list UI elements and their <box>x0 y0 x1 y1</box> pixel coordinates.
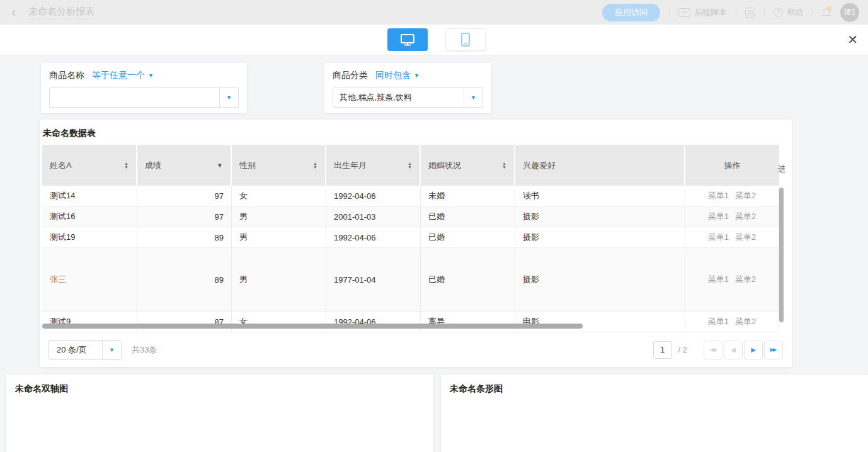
table-cell: 摄影 <box>515 206 685 227</box>
table-cell: 测试9 <box>42 312 137 332</box>
actions-cell: 菜单1菜单2 <box>685 186 779 206</box>
table-cell: 电影 <box>515 312 685 332</box>
filter-label: 商品分类 <box>333 70 368 81</box>
notification-dot <box>827 6 832 11</box>
select-caret-box[interactable]: ▼ <box>219 88 238 107</box>
column-header[interactable]: 婚姻状况▲▼ <box>421 145 514 186</box>
caret-down-icon[interactable]: ▼ <box>414 72 420 79</box>
sort-icon[interactable]: ▲▼ <box>313 162 317 169</box>
column-header[interactable]: 出生年月▲▼ <box>326 145 420 186</box>
caret-down-icon: ▼ <box>109 347 115 353</box>
row-action-link[interactable]: 菜单1 <box>708 232 729 243</box>
column-header[interactable]: 成绩▼ <box>137 145 231 186</box>
table-row[interactable]: 张三89男1977-01-04已婚摄影菜单1菜单2 <box>42 248 779 312</box>
filter-operator-link[interactable]: 同时包含 <box>375 70 411 81</box>
sort-icon[interactable]: ▲▼ <box>408 162 412 169</box>
first-page-icon: ◀◀ <box>710 347 716 353</box>
actions-cell: 菜单1菜单2 <box>685 312 779 332</box>
column-header[interactable]: 操作 <box>685 145 779 186</box>
table-row[interactable]: 测试1497女1992-04-06未婚读书菜单1菜单2 <box>42 186 779 206</box>
table-cell: 87 <box>137 312 232 332</box>
filter-value: 其他,糕点,辣条,饮料 <box>333 88 464 107</box>
table-cell: 测试14 <box>42 186 137 206</box>
actions-cell: 菜单1菜单2 <box>685 206 779 227</box>
horizontal-scrollbar[interactable] <box>42 324 583 329</box>
help-button[interactable]: ? 帮助 <box>774 7 803 18</box>
row-action-link[interactable]: 菜单1 <box>708 190 729 201</box>
prev-page-button[interactable]: ◀ <box>724 341 743 359</box>
pager: / 2 ◀◀ ◀ ▶ ▶▶ <box>653 341 783 359</box>
column-header[interactable]: 兴趣爱好 <box>515 145 684 186</box>
app-access-button[interactable]: 应用访问 <box>602 4 660 21</box>
report-title[interactable]: 未命名分析报表 <box>28 6 94 20</box>
sort-desc-icon[interactable]: ▼ <box>217 162 223 169</box>
contact-icon <box>745 8 755 18</box>
table-cell: 89 <box>137 227 232 247</box>
table-body: 测试1497女1992-04-06未婚读书菜单1菜单2测试1697男2001-0… <box>42 186 779 332</box>
row-action-link[interactable]: 菜单1 <box>708 316 729 327</box>
chart-title: 未命名条形图 <box>450 383 868 395</box>
close-icon[interactable]: ✕ <box>847 32 858 47</box>
mobile-toggle-button[interactable] <box>445 28 486 51</box>
table-cell: 已婚 <box>421 227 515 247</box>
table-cell: 未婚 <box>421 186 515 206</box>
select-caret-box[interactable]: ▼ <box>464 88 483 107</box>
back-icon[interactable]: ‹ <box>11 6 16 19</box>
prev-page-icon: ◀ <box>731 346 736 353</box>
table-cell: 女 <box>232 312 326 332</box>
row-action-link[interactable]: 菜单1 <box>708 274 729 285</box>
table-row[interactable]: 测试987女1992-04-06离异电影菜单1菜单2 <box>42 312 779 332</box>
sort-icon[interactable]: ▲▼ <box>502 162 506 169</box>
bar-chart-card[interactable]: 未命名条形图 <box>441 375 868 452</box>
filter-value-select[interactable]: 其他,糕点,辣条,饮料 ▼ <box>333 87 483 108</box>
row-action-link[interactable]: 菜单2 <box>735 211 756 222</box>
table-cell: 1992-04-06 <box>326 312 421 332</box>
row-action-link[interactable]: 菜单2 <box>735 190 756 201</box>
column-label: 出生年月 <box>334 160 408 171</box>
total-count: 共33条 <box>132 344 157 356</box>
next-page-button[interactable]: ▶ <box>744 341 763 359</box>
filter-card-product-name: 商品名称 等于任意一个 ▼ ▼ <box>41 63 247 113</box>
phone-icon <box>460 32 471 47</box>
page-number-input[interactable] <box>653 341 672 359</box>
row-action-link[interactable]: 菜单2 <box>735 316 756 327</box>
table-cell: 男 <box>232 206 326 227</box>
table-title: 未命名数据表 <box>43 128 792 139</box>
divider <box>764 8 765 17</box>
first-page-button[interactable]: ◀◀ <box>704 341 722 359</box>
row-action-link[interactable]: 菜单2 <box>735 274 756 285</box>
vertical-scrollbar[interactable] <box>779 188 784 322</box>
select-caret-box[interactable]: ▼ <box>102 341 121 359</box>
column-label: 成绩 <box>145 160 217 171</box>
notification-bell-icon[interactable] <box>821 8 831 18</box>
divider <box>812 8 813 17</box>
sort-icon[interactable]: ▲▼ <box>124 162 128 169</box>
column-header[interactable]: 性别▲▼ <box>232 145 325 186</box>
avatar[interactable]: 谭1 <box>840 3 859 22</box>
filter-value-select[interactable]: ▼ <box>49 87 239 108</box>
page-size-select[interactable]: 20 条/页 ▼ <box>49 340 122 360</box>
table-cell: 摄影 <box>515 248 685 311</box>
table-cell: 97 <box>137 206 232 227</box>
device-toggle-group <box>387 28 486 51</box>
column-header[interactable]: 姓名A▲▼ <box>42 145 136 186</box>
backend-script-button[interactable]: </> 后端脚本 <box>678 7 727 18</box>
last-page-button[interactable]: ▶▶ <box>764 341 783 359</box>
table-row[interactable]: 测试1697男2001-01-03已婚摄影菜单1菜单2 <box>42 206 779 227</box>
table-cell: 女 <box>232 186 326 206</box>
dual-axis-chart-card[interactable]: 未命名双轴图 <box>6 375 433 452</box>
filter-operator-link[interactable]: 等于任意一个 <box>92 70 145 81</box>
table-cell: 测试16 <box>42 206 137 227</box>
table-row[interactable]: 测试1989男1992-04-06已婚摄影菜单1菜单2 <box>42 227 779 248</box>
divider <box>669 8 670 17</box>
caret-down-icon[interactable]: ▼ <box>148 72 154 79</box>
table-cell: 89 <box>137 248 232 311</box>
desktop-toggle-button[interactable] <box>387 28 428 51</box>
record-link[interactable]: 张三 <box>50 274 66 285</box>
row-action-link[interactable]: 菜单2 <box>735 232 756 243</box>
table-cell: 摄影 <box>515 227 685 247</box>
row-action-link[interactable]: 菜单1 <box>708 211 729 222</box>
contact-button[interactable] <box>745 8 755 18</box>
backend-script-label: 后端脚本 <box>694 7 727 18</box>
data-table-card: 未命名数据表 姓名A▲▼成绩▼性别▲▼出生年月▲▼婚姻状况▲▼兴趣爱好操作 选 … <box>40 120 792 367</box>
